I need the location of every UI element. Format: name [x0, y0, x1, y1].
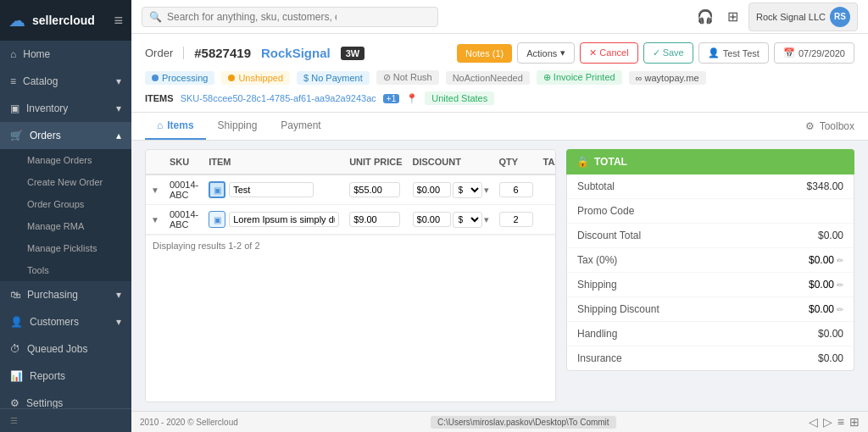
sidebar-item-inventory[interactable]: ▣Inventory ▾ — [0, 95, 131, 122]
status-nopayment[interactable]: $ No Payment — [297, 71, 370, 85]
sidebar: ☁ sellercloud ≡ ⌂Home ≡Catalog ▾ ▣Invent… — [0, 0, 131, 432]
totals-body: Subtotal $348.00 Promo Code Discount Tot… — [566, 174, 854, 371]
sidebar-item-manage-orders[interactable]: Manage Orders — [0, 149, 131, 171]
search-input[interactable] — [167, 11, 337, 23]
discount-type-1[interactable]: $% — [453, 182, 482, 198]
tax-edit-icon[interactable]: ✏ — [837, 256, 843, 265]
sku-cell-1: 00014-ABC — [164, 174, 203, 205]
hamburger-icon[interactable]: ≡ — [114, 12, 123, 30]
order-label: Order — [145, 47, 184, 59]
test-test-button[interactable]: 👤 Test Test — [698, 42, 769, 64]
col-discount[interactable]: DISCOUNT — [408, 150, 494, 174]
totals-row-subtotal: Subtotal $348.00 — [567, 174, 854, 199]
reports-icon: 📊 — [10, 370, 23, 382]
order-company[interactable]: RockSignal — [261, 46, 331, 60]
discount-type-2[interactable]: $% — [453, 212, 482, 228]
totals-row-insurance: Insurance $0.00 — [567, 346, 854, 370]
status-unshipped[interactable]: Unshipped — [221, 71, 290, 85]
qty-input-1[interactable] — [499, 182, 533, 197]
col-expand — [146, 150, 164, 174]
col-unit-price[interactable]: UNIT PRICE — [344, 150, 407, 174]
item-name-input-2[interactable] — [229, 212, 339, 227]
bottom-icons: ◁ ▷ ≡ ⊞ — [809, 415, 860, 429]
order-number: #5827419 — [194, 46, 251, 60]
sidebar-item-order-groups[interactable]: Order Groups — [0, 193, 131, 215]
tab-payment[interactable]: Payment — [269, 113, 332, 140]
actions-button[interactable]: Actions ▾ — [517, 42, 575, 64]
sidebar-item-tools[interactable]: Tools — [0, 259, 131, 281]
status-noaction[interactable]: NoActionNeeded — [446, 71, 530, 85]
sidebar-item-customers[interactable]: 👤Customers ▾ — [0, 308, 131, 335]
tab-shipping[interactable]: Shipping — [206, 113, 270, 140]
topbar: 🔍 🎧 ⊞ Rock Signal LLC RS — [131, 0, 868, 34]
user-badge[interactable]: Rock Signal LLC RS — [748, 3, 858, 31]
items-sku[interactable]: SKU-58ccee50-28c1-4785-af61-aa9a2a9243ac — [181, 93, 376, 103]
location-pin-icon: 📍 — [406, 93, 418, 104]
view-list-icon[interactable]: ≡ — [837, 415, 844, 429]
sidebar-item-purchasing[interactable]: 🛍Purchasing ▾ — [0, 281, 131, 308]
shipping-discount-value-edit: $0.00 ✏ — [809, 303, 843, 315]
col-qty[interactable]: QTY — [494, 150, 538, 174]
sidebar-item-home[interactable]: ⌂Home — [0, 41, 131, 68]
status-notrush[interactable]: ⊘ Not Rush — [376, 70, 439, 85]
sidebar-item-manage-picklists[interactable]: Manage Picklists — [0, 237, 131, 259]
view-icon-2[interactable]: ▷ — [823, 415, 832, 429]
totals-row-shipping-discount: Shipping Discount $0.00 ✏ — [567, 297, 854, 322]
cancel-button[interactable]: ✕ Cancel — [580, 42, 637, 64]
person-icon: 👤 — [708, 47, 720, 58]
expand-cell[interactable]: ▼ — [146, 174, 164, 205]
grid-icon[interactable]: ⊞ — [724, 5, 742, 28]
status-invoice[interactable]: ⊕ Invoice Printed — [537, 70, 622, 85]
item-image-button-2[interactable]: ▣ — [209, 211, 225, 228]
search-box[interactable]: 🔍 — [142, 7, 438, 27]
headset-icon[interactable]: 🎧 — [693, 5, 717, 28]
view-grid-icon[interactable]: ⊞ — [849, 415, 860, 429]
chevron-down-icon: ▾ — [116, 316, 121, 328]
item-cell-1: ▣ — [203, 174, 344, 205]
discount-cell-2: $% ▾ — [408, 205, 494, 235]
logo: ☁ sellercloud ≡ — [0, 0, 131, 41]
qty-input-2[interactable] — [499, 212, 533, 227]
expand-icon[interactable]: ▼ — [151, 186, 159, 195]
expand-icon-2[interactable]: ▼ — [151, 215, 159, 224]
item-image-button-1[interactable]: ▣ — [209, 181, 225, 198]
calendar-icon: 📅 — [783, 47, 795, 58]
chevron-down-icon: ▾ — [116, 102, 121, 114]
sidebar-item-orders[interactable]: 🛒Orders ▴ — [0, 122, 131, 149]
sku-cell-2: 00014-ABC — [164, 205, 203, 235]
status-waytopay[interactable]: ∞ waytopay.me — [629, 71, 706, 85]
sidebar-item-manage-rma[interactable]: Manage RMA — [0, 215, 131, 237]
unit-price-input-2[interactable] — [349, 212, 400, 227]
discount-input-1[interactable] — [413, 182, 451, 197]
shipping-edit-icon[interactable]: ✏ — [837, 280, 843, 290]
notes-button[interactable]: Notes (1) — [457, 44, 512, 63]
sidebar-item-create-new-order[interactable]: Create New Order — [0, 171, 131, 193]
tab-items[interactable]: ⌂ Items — [145, 113, 206, 140]
totals-header: 🔒 TOTAL — [566, 149, 854, 174]
sidebar-item-queued-jobs[interactable]: ⏱Queued Jobs — [0, 335, 131, 363]
sidebar-item-reports[interactable]: 📊Reports — [0, 363, 131, 390]
unit-price-input-1[interactable] — [349, 182, 400, 197]
sidebar-footer-icon: ☰ — [10, 416, 18, 425]
customers-icon: 👤 — [10, 316, 23, 328]
col-tax-exempt[interactable]: TAX EXEMPT — [538, 150, 556, 174]
copyright-text: 2010 - 2020 © Sellercloud — [140, 418, 238, 427]
save-button[interactable]: ✓ Save — [643, 42, 693, 64]
discount-cell-1: $% ▾ — [408, 174, 494, 205]
sidebar-item-catalog[interactable]: ≡Catalog ▾ — [0, 68, 131, 95]
location-badge: United States — [425, 91, 494, 105]
bottom-bar: 2010 - 2020 © Sellercloud C:\Users\miros… — [131, 411, 868, 432]
view-icon-1[interactable]: ◁ — [809, 415, 818, 429]
expand-cell-2[interactable]: ▼ — [146, 205, 164, 235]
sidebar-item-settings[interactable]: ⚙Settings — [0, 390, 131, 408]
status-processing[interactable]: Processing — [145, 71, 214, 85]
shipping-discount-edit-icon[interactable]: ✏ — [837, 305, 843, 314]
date-button[interactable]: 📅 07/29/2020 — [774, 42, 854, 64]
col-item[interactable]: ITEM — [203, 150, 344, 174]
col-sku[interactable]: SKU — [164, 150, 203, 174]
discount-input-2[interactable] — [413, 212, 451, 227]
avatar: RS — [830, 7, 850, 27]
tabs-row: ⌂ Items Shipping Payment ⚙ Toolbox — [131, 113, 868, 141]
toolbox-button[interactable]: ⚙ Toolbox — [805, 120, 854, 132]
item-name-input-1[interactable] — [229, 182, 314, 197]
